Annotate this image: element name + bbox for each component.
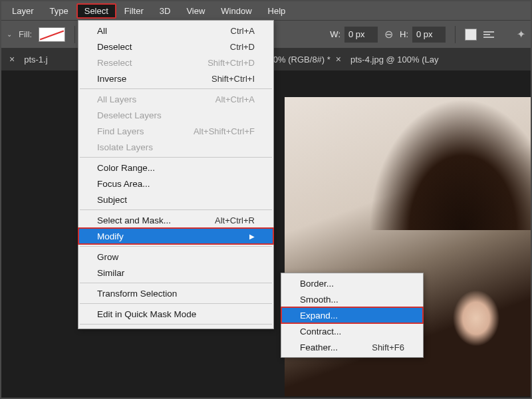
submenu-border[interactable]: Border... [281, 275, 423, 291]
menu-label: Grow [97, 252, 118, 262]
menu-label: Feather... [300, 342, 338, 352]
tab-0[interactable]: × [9, 54, 15, 65]
menu-label: All Layers [97, 94, 136, 104]
menu-inverse[interactable]: InverseShift+Ctrl+I [78, 70, 273, 86]
close-icon[interactable]: × [9, 54, 15, 65]
menu-separator [80, 209, 272, 210]
menu-subject[interactable]: Subject [78, 192, 273, 207]
menu-label: Modify [97, 231, 124, 241]
menu-label: Deselect [97, 42, 132, 52]
menu-label: Edit in Quick Mask Mode [97, 309, 196, 319]
menu-label: Focus Area... [97, 179, 150, 189]
menu-deselect-layers: Deselect Layers [78, 107, 273, 123]
menu-find-layers: Find LayersAlt+Shift+Ctrl+F [78, 123, 273, 139]
width-label: W: [330, 29, 340, 39]
menu-separator [80, 324, 272, 325]
menu-modify[interactable]: Modify▶ [78, 228, 273, 244]
submenu-feather[interactable]: Feather...Shift+F6 [281, 339, 423, 355]
close-icon[interactable]: × [336, 54, 341, 65]
menu-transform-selection[interactable]: Transform Selection [78, 285, 273, 301]
width-input[interactable] [344, 27, 378, 43]
menu-quick-mask[interactable]: Edit in Quick Mask Mode [78, 306, 273, 322]
fill-label: Fill: [19, 29, 32, 39]
menu-similar[interactable]: Similar [78, 265, 273, 281]
height-label: H: [400, 29, 408, 39]
menu-label: Subject [97, 195, 127, 205]
menu-label: Similar [97, 268, 124, 278]
menu-help[interactable]: Help [260, 3, 294, 19]
width-field: W: [330, 27, 378, 43]
menu-label: Color Range... [97, 163, 155, 173]
menu-3d[interactable]: 3D [152, 3, 179, 19]
height-field: H: [400, 27, 446, 43]
menu-all[interactable]: AllCtrl+A [78, 23, 273, 39]
menu-separator [80, 283, 272, 283]
menu-label: Reselect [97, 58, 132, 68]
separator [455, 26, 456, 43]
menu-layer[interactable]: Layer [4, 3, 42, 19]
menu-shortcut: Shift+F6 [372, 342, 404, 352]
menu-label: Border... [300, 279, 334, 289]
menu-grow[interactable]: Grow [78, 249, 273, 265]
menu-isolate-layers: Isolate Layers [78, 139, 273, 155]
menu-shortcut: Shift+Ctrl+D [207, 58, 255, 68]
menu-label: Isolate Layers [97, 142, 153, 152]
menu-shortcut: Alt+Ctrl+R [215, 215, 255, 225]
menu-shortcut: Ctrl+D [230, 42, 255, 52]
menu-label: Expand... [300, 311, 338, 321]
menu-window[interactable]: Window [213, 3, 259, 19]
height-input[interactable] [412, 27, 446, 43]
arrange-icon[interactable] [483, 28, 497, 41]
align-edges-icon[interactable] [465, 29, 477, 41]
menubar: Layer Type Select Filter 3D View Window … [1, 1, 531, 20]
menu-filter[interactable]: Filter [116, 3, 152, 19]
menu-label: Contract... [300, 327, 341, 336]
link-icon[interactable]: ⊖ [384, 28, 393, 41]
menu-select[interactable]: Select [76, 3, 116, 19]
menu-label: Transform Selection [97, 289, 177, 299]
menu-focus-area[interactable]: Focus Area... [78, 176, 273, 192]
submenu-expand[interactable]: Expand... [281, 307, 423, 323]
menu-shortcut: Alt+Ctrl+A [215, 94, 255, 104]
menu-label: Deselect Layers [97, 110, 162, 120]
select-menu-dropdown: AllCtrl+A DeselectCtrl+D ReselectShift+C… [78, 20, 274, 329]
tab-3[interactable]: pts-4.jpg @ 100% (Lay [350, 55, 438, 65]
tab-label: pts-1.j [24, 55, 47, 65]
menu-label: Find Layers [97, 126, 144, 136]
tab-label: pts-4.jpg @ 100% (Lay [350, 55, 438, 65]
menu-shortcut: Shift+Ctrl+I [211, 74, 255, 84]
menu-color-range[interactable]: Color Range... [78, 160, 273, 176]
fill-swatch[interactable] [39, 27, 65, 42]
submenu-smooth[interactable]: Smooth... [281, 291, 423, 307]
tool-chevron-icon[interactable]: ⌄ [7, 31, 12, 38]
menu-separator [80, 157, 272, 158]
menu-label: Select and Mask... [97, 215, 171, 225]
menu-all-layers: All LayersAlt+Ctrl+A [78, 91, 273, 107]
menu-type[interactable]: Type [42, 3, 76, 19]
menu-shortcut: Ctrl+A [231, 26, 255, 36]
menu-reselect: ReselectShift+Ctrl+D [78, 55, 273, 70]
menu-select-and-mask[interactable]: Select and Mask...Alt+Ctrl+R [78, 212, 273, 228]
menu-deselect[interactable]: DeselectCtrl+D [78, 39, 273, 55]
modify-submenu: Border... Smooth... Expand... Contract..… [281, 273, 424, 358]
separator [74, 26, 75, 43]
menu-separator [80, 246, 272, 247]
menu-shortcut: Alt+Shift+Ctrl+F [194, 126, 255, 136]
menu-label: All [97, 26, 107, 36]
menu-view[interactable]: View [178, 3, 213, 19]
menu-separator [80, 88, 272, 89]
menu-label: Inverse [97, 74, 126, 84]
more-options-icon[interactable]: ✦ [517, 28, 525, 41]
menu-label: Smooth... [300, 295, 338, 305]
submenu-contract[interactable]: Contract... [281, 323, 423, 339]
submenu-arrow-icon: ▶ [249, 233, 255, 240]
tab-1[interactable]: pts-1.j [24, 55, 47, 65]
menu-separator [80, 303, 272, 304]
